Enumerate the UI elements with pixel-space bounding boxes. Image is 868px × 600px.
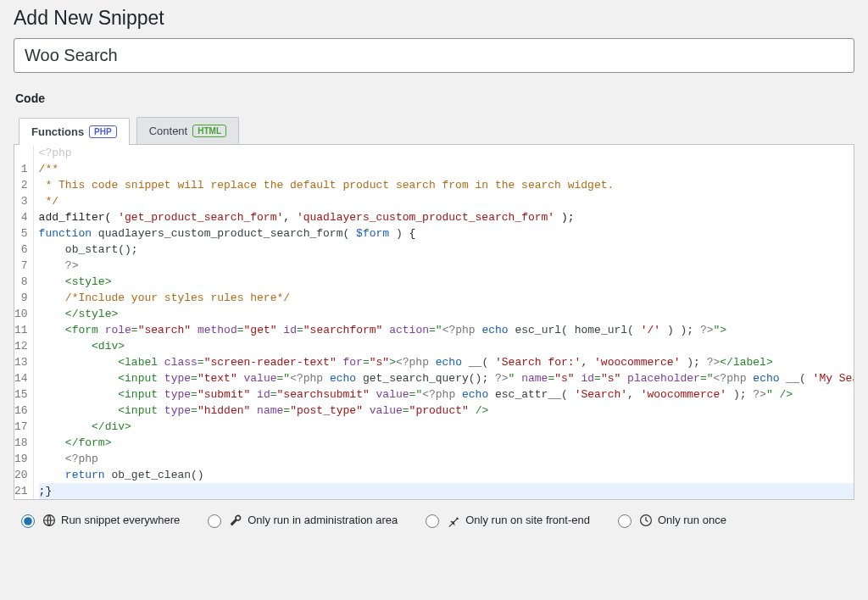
code-line[interactable]: function quadlayers_custom_product_searc… (39, 225, 854, 242)
line-number: 11 (14, 322, 28, 338)
line-number: 3 (14, 193, 28, 209)
line-number: 19 (14, 451, 28, 467)
php-badge: PHP (89, 125, 117, 138)
clock-icon (639, 514, 653, 527)
scope-label-everywhere: Run snippet everywhere (61, 514, 180, 526)
scope-radio-admin[interactable] (208, 514, 221, 528)
code-line[interactable]: /*Include your styles rules here*/ (39, 290, 854, 306)
code-editor[interactable]: 123456789101112131415161718192021 <?php/… (14, 144, 854, 500)
scope-radio-once[interactable] (618, 514, 632, 528)
globe-icon (42, 514, 56, 527)
line-number: 10 (14, 306, 28, 322)
pin-icon (447, 514, 460, 527)
code-line[interactable]: * This code snippet will replace the def… (39, 177, 854, 193)
line-number: 6 (14, 242, 28, 258)
tab-functions[interactable]: Functions PHP (19, 118, 130, 145)
ghost-php-open: <?php (39, 145, 854, 161)
code-line[interactable]: <input type="submit" id="searchsubmit" v… (39, 386, 854, 403)
tab-content[interactable]: Content HTML (136, 117, 239, 144)
code-line[interactable]: return ob_get_clean() (39, 467, 854, 483)
code-line[interactable]: add_filter( 'get_product_search_form', '… (39, 209, 854, 225)
scope-options: Run snippet everywhereOnly run in admini… (14, 500, 854, 528)
line-number: 21 (14, 483, 28, 499)
code-line[interactable]: <?php (39, 451, 854, 467)
scope-label-frontend: Only run on site front-end (465, 514, 590, 526)
line-number: 14 (14, 370, 28, 386)
snippet-title-input[interactable] (14, 38, 854, 73)
line-number: 7 (14, 258, 28, 274)
code-line[interactable]: </form> (39, 435, 854, 451)
code-line[interactable]: <style> (39, 274, 854, 290)
line-number: 16 (14, 403, 28, 419)
scope-radio-everywhere[interactable] (21, 514, 35, 528)
scope-label-admin: Only run in administration area (248, 514, 398, 526)
editor-tabs: Functions PHP Content HTML (19, 117, 854, 144)
code-line[interactable]: </style> (39, 306, 854, 322)
scope-frontend[interactable]: Only run on site front-end (421, 512, 590, 528)
line-number: 5 (14, 225, 28, 242)
tab-functions-label: Functions (31, 125, 84, 138)
scope-radio-frontend[interactable] (426, 514, 439, 528)
line-number: 1 (14, 161, 28, 177)
code-line[interactable]: </div> (39, 419, 854, 435)
code-line[interactable]: <input type="hidden" name="post_type" va… (39, 403, 854, 419)
html-badge: HTML (192, 125, 226, 137)
code-body[interactable]: <?php/** * This code snippet will replac… (34, 145, 854, 499)
line-number: 20 (14, 467, 28, 483)
line-number: 15 (14, 386, 28, 403)
code-line[interactable]: ?> (39, 258, 854, 274)
line-number: 18 (14, 435, 28, 451)
line-number: 13 (14, 354, 28, 370)
code-line[interactable]: /** (39, 161, 854, 177)
line-number-gutter: 123456789101112131415161718192021 (14, 145, 34, 499)
code-line[interactable]: */ (39, 193, 854, 209)
line-number: 9 (14, 290, 28, 306)
line-number: 4 (14, 209, 28, 225)
line-number: 17 (14, 419, 28, 435)
page-title: Add New Snippet (14, 0, 854, 38)
scope-label-once: Only run once (658, 514, 726, 526)
code-line[interactable]: <label class="screen-reader-text" for="s… (39, 354, 854, 370)
code-line[interactable]: ob_start(); (39, 242, 854, 258)
scope-admin[interactable]: Only run in administration area (203, 512, 398, 528)
line-number: 12 (14, 338, 28, 354)
line-number: 2 (14, 177, 28, 193)
code-section-label: Code (15, 92, 854, 105)
code-line[interactable]: ;} (39, 483, 854, 499)
code-line[interactable]: <div> (39, 338, 854, 354)
line-number: 8 (14, 274, 28, 290)
wrench-icon (229, 514, 242, 527)
scope-everywhere[interactable]: Run snippet everywhere (17, 512, 180, 528)
code-line[interactable]: <form role="search" method="get" id="sea… (39, 322, 854, 338)
code-line[interactable]: <input type="text" value="<?php echo get… (39, 370, 854, 386)
tab-content-label: Content (149, 125, 188, 137)
scope-once[interactable]: Only run once (614, 512, 726, 528)
